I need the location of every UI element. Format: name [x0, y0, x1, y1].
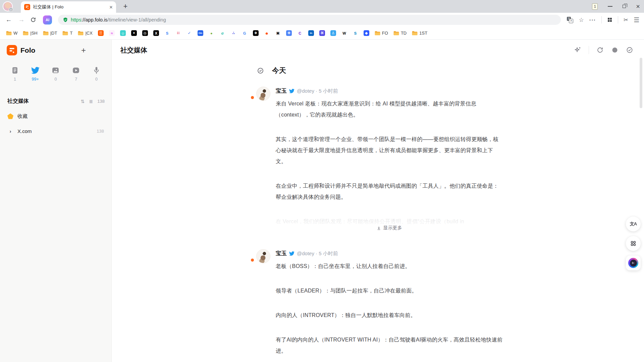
- bookmark-site-baidu-paw[interactable]: ∴: [229, 29, 238, 38]
- bookmark-site-swirl[interactable]: S: [162, 29, 172, 38]
- bookmark-site-github-cat[interactable]: ❖: [251, 29, 261, 38]
- bookmark-folder[interactable]: 1ST: [410, 29, 429, 38]
- author-byline[interactable]: @dotey · 5 小时前: [297, 88, 338, 94]
- bookmark-site-cube[interactable]: ▣: [273, 29, 283, 38]
- bookmark-site-onenote[interactable]: On: [196, 29, 205, 38]
- refresh-icon[interactable]: [596, 46, 604, 54]
- swirl-icon: S: [164, 30, 170, 36]
- author-name[interactable]: 宝玉: [276, 87, 287, 95]
- view-count: 7: [75, 77, 77, 82]
- onenote-icon: On: [198, 30, 203, 36]
- sidebar-item-xcom[interactable]: › X.com 138: [3, 124, 109, 138]
- tab-close-icon[interactable]: ×: [109, 4, 113, 10]
- bookmark-site-blue-app[interactable]: ⌘: [317, 29, 327, 38]
- list-view-icon[interactable]: ≣: [89, 99, 93, 104]
- filled-circle-icon[interactable]: [611, 46, 619, 54]
- bookmark-folder[interactable]: W: [4, 29, 19, 38]
- translate-icon[interactable]: [567, 17, 573, 23]
- post[interactable]: 宝玉 @dotey · 5 小时前 老板（BOSS）：自己坐在车里，让别人拉着自…: [253, 249, 503, 356]
- check-circle-icon[interactable]: [257, 67, 264, 74]
- timeline: 今天 宝玉 @dotey · 5 小时前 来自 Vercel 老板：现在大家逐渐…: [253, 60, 503, 356]
- divider: [618, 16, 618, 24]
- bookmark-site-stripes[interactable]: ≈: [107, 29, 117, 38]
- view-tab-mic[interactable]: 0: [86, 64, 107, 84]
- view-tab-video[interactable]: 7: [66, 64, 86, 84]
- author-avatar[interactable]: [256, 87, 270, 101]
- main-header: 社交媒体: [112, 40, 644, 60]
- translate-float-button[interactable]: 文A: [626, 217, 641, 231]
- scissors-icon[interactable]: ✂: [624, 17, 628, 23]
- author-avatar[interactable]: [256, 249, 270, 263]
- post[interactable]: 宝玉 @dotey · 5 小时前 来自 Vercel 老板：现在大家逐渐意识到…: [253, 87, 503, 231]
- author-byline[interactable]: @dotey · 5 小时前: [297, 251, 338, 257]
- menu-icon[interactable]: ☰: [634, 17, 639, 23]
- bookmark-site-robot-tv[interactable]: ☺: [118, 29, 128, 38]
- bookmark-folder[interactable]: T: [60, 29, 74, 38]
- tab-count-badge[interactable]: 1: [592, 3, 598, 10]
- apps-grid-icon[interactable]: [607, 17, 612, 22]
- bookmark-site-google[interactable]: G: [240, 29, 250, 38]
- bookmark-star-icon[interactable]: ☆: [579, 17, 584, 23]
- bookmark-site-black-star[interactable]: ✦: [129, 29, 139, 38]
- show-more-button[interactable]: 显示更多: [377, 225, 402, 231]
- view-tab-article[interactable]: 1: [5, 64, 25, 84]
- chevron-right-icon[interactable]: ›: [7, 128, 13, 134]
- browser-tab[interactable]: 社交媒体 | Folo ×: [21, 1, 116, 13]
- bookmark-label: W: [13, 31, 17, 36]
- bookmark-label: T: [70, 31, 72, 36]
- bookmark-site-c-circle[interactable]: C: [295, 29, 305, 38]
- forward-button[interactable]: →: [17, 16, 25, 24]
- toolbar-right-icons: ☆ ··· ✂ ☰: [567, 16, 639, 24]
- view-tab-twitter[interactable]: 99+: [25, 64, 46, 84]
- post-paragraph: 有了AI的内向的人（INTROVERT WITH AI）：自己驾驶着AI驱动的火…: [276, 334, 503, 356]
- check-circle-icon[interactable]: [626, 46, 633, 54]
- url-bar[interactable]: https://app.folo.is/timeline/view-1/all/…: [58, 15, 561, 25]
- new-tab-button[interactable]: +: [121, 1, 130, 11]
- bookmark-site-x-twitter[interactable]: X: [151, 29, 161, 38]
- more-dots-icon[interactable]: ···: [589, 17, 596, 23]
- black-ring-icon: ◎: [142, 30, 148, 36]
- bookmark-site-black-ring[interactable]: ◎: [140, 29, 150, 38]
- divider: [601, 16, 602, 24]
- scrollbar-thumb[interactable]: [640, 58, 642, 108]
- bookmark-folder[interactable]: |CX: [76, 29, 94, 38]
- close-window-button[interactable]: ×: [636, 3, 640, 10]
- bookmark-site-figma-dots[interactable]: ∷: [173, 29, 183, 38]
- bookmark-folder[interactable]: FO: [373, 29, 390, 38]
- bookmark-site-folo[interactable]: ☰: [96, 29, 106, 38]
- add-feed-button[interactable]: +: [81, 46, 86, 55]
- tab-title: 社交媒体 | Folo: [33, 4, 107, 10]
- ai-sparkle-icon[interactable]: [574, 46, 581, 54]
- author-name[interactable]: 宝玉: [276, 250, 287, 257]
- view-tab-image[interactable]: 0: [46, 64, 66, 84]
- bookmark-site-linkedin[interactable]: in: [306, 29, 316, 38]
- app-name: Folo: [20, 46, 78, 54]
- bookmark-site-blue-cross[interactable]: ✚: [284, 29, 294, 38]
- apps-float-button[interactable]: [626, 236, 641, 251]
- minimize-button[interactable]: [608, 6, 612, 7]
- ai-button[interactable]: AI: [43, 15, 52, 25]
- user-avatar[interactable]: [95, 45, 105, 55]
- bookmark-site-qq-penguin[interactable]: ♙: [328, 29, 338, 38]
- bookmark-site-wikipedia[interactable]: W: [339, 29, 349, 38]
- restore-button[interactable]: [623, 5, 626, 8]
- bookmark-site-monkey[interactable]: ☻: [262, 29, 272, 38]
- bookmark-folder[interactable]: |DT: [41, 29, 59, 38]
- sidebar-item-favorites[interactable]: 收藏: [3, 109, 109, 123]
- cube-icon: ▣: [275, 30, 281, 36]
- bookmark-site-blue-diamond[interactable]: ◆: [362, 29, 371, 38]
- bookmark-folder[interactable]: |SH: [21, 29, 39, 38]
- reload-button[interactable]: [30, 17, 38, 23]
- unread-dot: [251, 259, 254, 262]
- browser-profile-avatar[interactable]: v: [3, 1, 13, 11]
- bookmark-folder[interactable]: TD: [391, 29, 409, 38]
- sort-icon[interactable]: ⇅: [81, 99, 85, 104]
- bookmark-site-tick-check[interactable]: ✓: [184, 29, 194, 38]
- view-count: 0: [95, 77, 98, 82]
- bookmark-site-s-doc[interactable]: S: [351, 29, 360, 38]
- ai-assistant-button[interactable]: I‹: [626, 256, 641, 270]
- bookmark-site-pear[interactable]: ●: [207, 29, 216, 38]
- folo-logo-icon: [7, 45, 17, 55]
- back-button[interactable]: ←: [5, 16, 13, 24]
- bookmark-site-key[interactable]: σ: [218, 29, 227, 38]
